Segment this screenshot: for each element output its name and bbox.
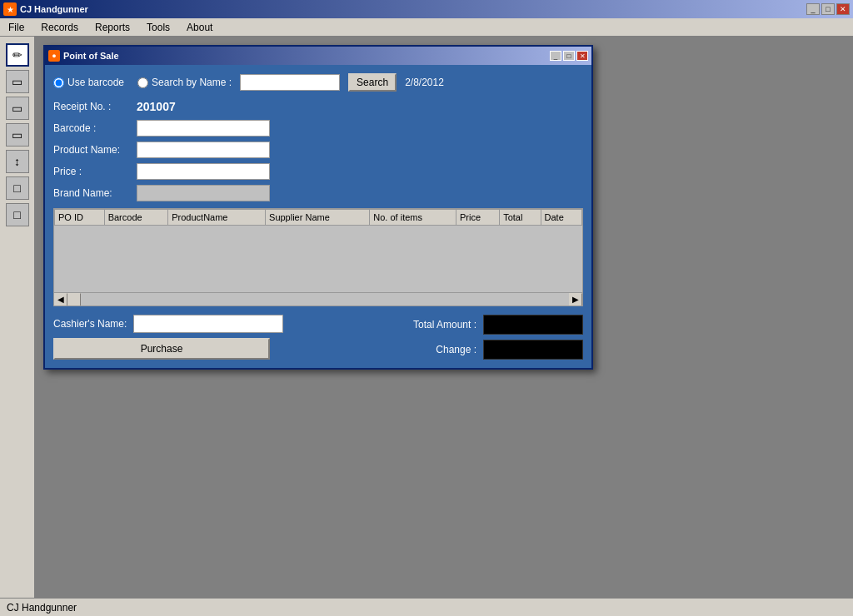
app-icon: ★	[3, 2, 17, 16]
radio-barcode-input[interactable]	[53, 77, 64, 88]
menu-records[interactable]: Records	[36, 20, 83, 35]
content-area: ● Point of Sale _ □ ✕ Use barcode	[35, 37, 853, 598]
status-text: CJ Handgunner	[7, 602, 77, 614]
barcode-row: Barcode :	[53, 120, 583, 137]
main-area: ✏ ▭ ▭ ▭ ↕ □ □ ● Point of Sale _ □ ✕	[0, 37, 853, 598]
scroll-track[interactable]	[67, 293, 569, 306]
modal-close-button[interactable]: ✕	[576, 51, 588, 61]
table-header-row: PO ID Barcode ProductName Supplier Name …	[55, 210, 582, 226]
cashier-row: Cashier's Name:	[53, 315, 283, 333]
modal-title-buttons: _ □ ✕	[550, 51, 588, 61]
col-po-id: PO ID	[55, 210, 105, 226]
menu-bar: File Records Reports Tools About	[0, 18, 853, 37]
sidebar-icon-3[interactable]: ▭	[6, 123, 29, 147]
radio-name-input[interactable]	[137, 77, 148, 88]
left-bottom: Cashier's Name: Purchase	[53, 315, 283, 360]
total-amount-display	[483, 315, 583, 335]
col-product-name: ProductName	[168, 210, 266, 226]
brand-name-row: Brand Name:	[53, 185, 583, 201]
price-input[interactable]	[137, 163, 270, 180]
restore-button[interactable]: □	[821, 3, 835, 15]
menu-about[interactable]: About	[182, 20, 217, 35]
receipt-value: 201007	[137, 100, 176, 113]
modal-restore-button[interactable]: □	[563, 51, 575, 61]
receipt-label: Receipt No. :	[53, 101, 137, 112]
brand-name-input[interactable]	[137, 185, 270, 201]
scroll-left-button[interactable]: ◀	[54, 293, 67, 306]
col-supplier-name: Supplier Name	[266, 210, 370, 226]
close-button[interactable]: ✕	[836, 3, 850, 15]
price-row: Price :	[53, 163, 583, 180]
data-table: PO ID Barcode ProductName Supplier Name …	[54, 209, 582, 226]
radio-search-by-name[interactable]: Search by Name :	[137, 77, 232, 88]
modal-icon: ●	[48, 50, 60, 62]
cashier-name-input[interactable]	[133, 315, 283, 333]
modal-body: Use barcode Search by Name : Search 2/8/…	[45, 65, 591, 368]
cashier-label: Cashier's Name:	[53, 318, 127, 330]
brand-name-label: Brand Name:	[53, 187, 137, 199]
change-display	[483, 340, 583, 360]
scroll-thumb[interactable]	[67, 293, 81, 306]
price-label: Price :	[53, 166, 137, 177]
table-scrollbar[interactable]: ◀ ▶	[54, 292, 582, 306]
data-table-container: PO ID Barcode ProductName Supplier Name …	[53, 208, 583, 306]
modal-minimize-button[interactable]: _	[550, 51, 561, 61]
sidebar-icon-1[interactable]: ▭	[6, 70, 29, 93]
sidebar: ✏ ▭ ▭ ▭ ↕ □ □	[0, 37, 35, 598]
radio-group: Use barcode Search by Name :	[53, 77, 232, 88]
form-section: Barcode : Product Name: Price : Brand Na…	[53, 120, 583, 201]
scroll-right-button[interactable]: ▶	[569, 293, 582, 306]
radio-use-barcode[interactable]: Use barcode	[53, 77, 124, 88]
pos-modal: ● Point of Sale _ □ ✕ Use barcode	[43, 45, 593, 370]
search-name-input[interactable]	[240, 74, 340, 91]
sidebar-icon-6[interactable]: □	[6, 203, 29, 226]
table-body-area	[54, 226, 582, 292]
menu-tools[interactable]: Tools	[142, 20, 175, 35]
status-bar: CJ Handgunner	[0, 598, 853, 616]
bottom-section: Cashier's Name: Purchase Total Amount : …	[53, 315, 583, 360]
sidebar-icon-arrows[interactable]: ↕	[6, 150, 29, 173]
app-title: CJ Handgunner	[20, 4, 803, 14]
total-amount-label: Total Amount :	[413, 319, 476, 330]
receipt-row: Receipt No. : 201007	[53, 100, 583, 113]
modal-title: Point of Sale	[63, 51, 546, 61]
search-button[interactable]: Search	[348, 73, 397, 92]
col-barcode: Barcode	[104, 210, 168, 226]
change-row: Change :	[436, 340, 583, 360]
sidebar-icon-edit[interactable]: ✏	[6, 43, 29, 67]
app-title-bar: ★ CJ Handgunner _ □ ✕	[0, 0, 853, 18]
col-total: Total	[500, 210, 541, 226]
product-name-row: Product Name:	[53, 142, 583, 158]
product-name-input[interactable]	[137, 142, 270, 158]
change-label: Change :	[436, 344, 476, 355]
right-bottom: Total Amount : Change :	[300, 315, 583, 360]
barcode-input[interactable]	[137, 120, 270, 137]
col-price: Price	[456, 210, 499, 226]
date-display: 2/8/2012	[405, 77, 444, 88]
minimize-button[interactable]: _	[806, 3, 820, 15]
menu-file[interactable]: File	[3, 20, 29, 35]
top-row: Use barcode Search by Name : Search 2/8/…	[53, 73, 583, 92]
barcode-label: Barcode :	[53, 122, 137, 134]
col-date: Date	[541, 210, 581, 226]
modal-title-bar: ● Point of Sale _ □ ✕	[45, 47, 591, 65]
menu-reports[interactable]: Reports	[90, 20, 135, 35]
sidebar-icon-2[interactable]: ▭	[6, 97, 29, 120]
sidebar-icon-5[interactable]: □	[6, 176, 29, 200]
product-name-label: Product Name:	[53, 144, 137, 156]
purchase-button[interactable]: Purchase	[53, 338, 270, 360]
col-no-of-items: No. of items	[370, 210, 456, 226]
total-amount-row: Total Amount :	[413, 315, 583, 335]
title-bar-buttons: _ □ ✕	[806, 3, 850, 15]
